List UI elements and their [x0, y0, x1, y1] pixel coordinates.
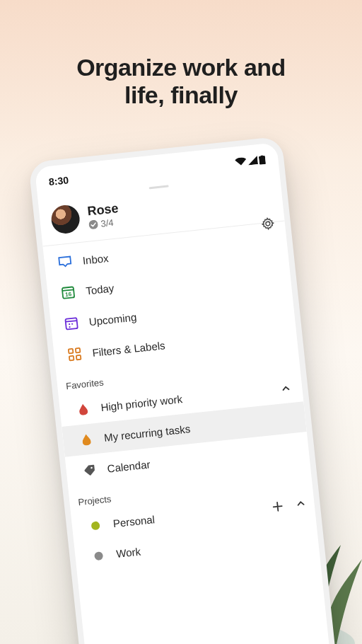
phone-frame: 8:30 Rose 3/4 — [28, 136, 339, 644]
project-label: Work — [116, 545, 141, 560]
plus-icon — [272, 500, 284, 513]
svg-rect-7 — [65, 318, 77, 330]
svg-text:16: 16 — [65, 291, 72, 298]
wifi-icon — [235, 157, 247, 167]
status-time: 8:30 — [48, 174, 69, 188]
favorite-label: High priority work — [100, 393, 183, 413]
menu-label: Today — [85, 282, 115, 297]
menu-label: Upcoming — [88, 311, 137, 328]
project-label: Personal — [112, 513, 156, 529]
upcoming-icon — [63, 316, 80, 331]
today-icon: 16 — [59, 284, 76, 300]
svg-rect-2 — [261, 155, 263, 156]
expand-toggle[interactable] — [296, 498, 307, 510]
promo-headline: Organize work and life, finally — [0, 54, 362, 109]
drop-icon — [75, 403, 92, 415]
headline-line2: life, finally — [124, 81, 238, 108]
svg-point-11 — [69, 326, 70, 328]
grid-icon — [66, 347, 83, 362]
check-badge-icon — [88, 219, 98, 229]
tag-icon — [81, 463, 98, 477]
battery-icon — [259, 154, 266, 164]
svg-rect-13 — [76, 348, 81, 353]
svg-rect-12 — [69, 349, 74, 354]
svg-point-3 — [88, 219, 98, 229]
project-dot-icon — [88, 520, 104, 530]
gear-icon — [260, 216, 276, 231]
menu-label: Inbox — [82, 251, 109, 266]
drop-icon — [78, 433, 95, 446]
svg-rect-1 — [259, 155, 266, 164]
main-menu: Inbox 16 Today — [42, 222, 298, 372]
settings-button[interactable] — [260, 216, 276, 231]
svg-rect-14 — [69, 356, 74, 361]
profile-progress: 3/4 — [88, 216, 120, 230]
project-dot-icon — [90, 551, 107, 560]
svg-point-9 — [69, 323, 70, 325]
favorite-label: Calendar — [107, 458, 151, 474]
svg-line-8 — [66, 321, 77, 322]
avatar[interactable] — [50, 204, 81, 235]
add-project-button[interactable] — [272, 500, 284, 513]
chevron-up-icon — [281, 382, 291, 393]
chevron-up-icon — [296, 498, 306, 508]
menu-label: Filters & Labels — [92, 339, 166, 359]
favorite-label: My recurring tasks — [103, 422, 191, 444]
svg-rect-15 — [76, 355, 81, 360]
svg-point-10 — [71, 323, 73, 325]
inbox-icon — [57, 255, 74, 269]
expand-toggle[interactable] — [281, 382, 291, 393]
signal-icon — [247, 156, 258, 165]
headline-line1: Organize work and — [76, 54, 286, 81]
